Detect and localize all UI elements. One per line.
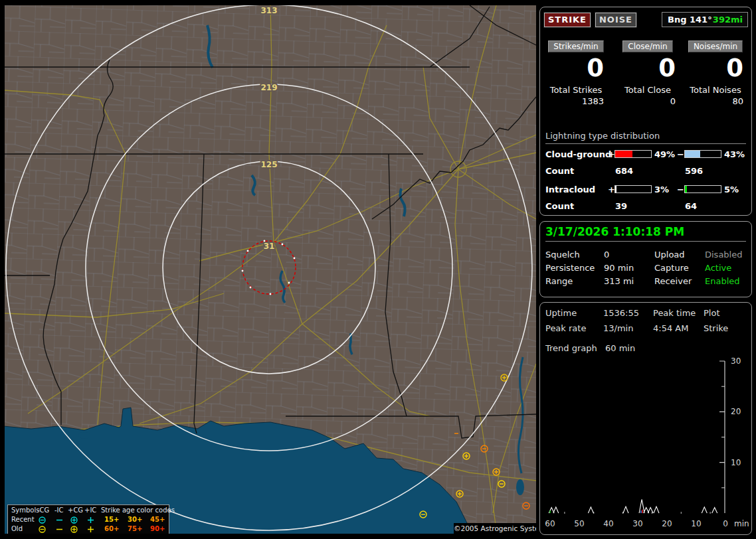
trend-spike bbox=[654, 506, 659, 513]
trend-spike bbox=[702, 507, 707, 513]
legend-age-15: 15+ bbox=[104, 516, 119, 523]
legend-age-header: Strike age color codes bbox=[101, 506, 175, 514]
ic-minus-pct: 5% bbox=[724, 185, 739, 194]
noises-counter: Noises/min 0 Total Noises 80 bbox=[682, 40, 749, 120]
y-tick-30: 30 bbox=[731, 356, 747, 366]
session-panel: Uptime 1536:55 Peak time Plot Peak rate … bbox=[539, 302, 752, 535]
count-label: Count bbox=[545, 201, 574, 211]
map-svg: 313 219 125 31 bbox=[5, 5, 536, 534]
pos-cg-old-icon bbox=[70, 525, 78, 534]
trend-chart-svg bbox=[540, 356, 753, 534]
ring-label-313: 313 bbox=[260, 6, 277, 15]
cg-minus-count: 596 bbox=[685, 166, 703, 176]
pos-ic-old-icon bbox=[86, 525, 95, 534]
lightning-map[interactable]: 313 219 125 31 Symbols -CG -IC +CG +IC S… bbox=[5, 5, 536, 534]
legend-recent-label: Recent bbox=[11, 516, 35, 523]
neg-ic-old-icon bbox=[55, 525, 64, 534]
range-value: 313 mi bbox=[604, 276, 634, 286]
cg-plus-pct: 49% bbox=[654, 149, 675, 159]
peak-rate-value: 13/min bbox=[603, 323, 633, 333]
x-tick-10: 10 bbox=[689, 519, 704, 528]
noises-per-min-label: Noises/min bbox=[688, 40, 743, 52]
neg-cg-old-icon bbox=[38, 525, 47, 534]
ring-label-219: 219 bbox=[260, 83, 277, 92]
persistence-label: Persistence bbox=[545, 263, 595, 273]
minus-sign: − bbox=[677, 149, 684, 159]
cg-plus-count: 684 bbox=[615, 166, 633, 176]
peak-time-value: 4:54 AM bbox=[653, 323, 688, 333]
strikes-per-min-value: 0 bbox=[543, 54, 609, 83]
upload-value: Disabled bbox=[705, 250, 742, 260]
peak-time-label: Peak time bbox=[653, 308, 696, 318]
y-tick-20: 20 bbox=[731, 407, 747, 416]
ring-label-125: 125 bbox=[260, 160, 277, 169]
total-noises-label: Total Noises bbox=[682, 85, 749, 95]
receiver-label: Receiver bbox=[654, 276, 692, 286]
close-per-min-label: Close/min bbox=[622, 40, 672, 52]
x-tick-20: 20 bbox=[660, 519, 674, 528]
neg-ic-recent-icon bbox=[55, 516, 64, 524]
minus-sign: − bbox=[677, 185, 684, 194]
x-tick-30: 30 bbox=[630, 519, 645, 528]
trend-chart: 30 20 10 60 50 40 30 20 10 0 min bbox=[540, 356, 753, 534]
upload-label: Upload bbox=[654, 250, 685, 260]
x-tick-60: 60 bbox=[543, 519, 557, 528]
plot-label: Plot bbox=[704, 308, 720, 318]
intracloud-label: Intracloud bbox=[545, 185, 595, 194]
strike-button[interactable]: STRIKE bbox=[544, 13, 591, 27]
trend-window-value: 60 min bbox=[605, 343, 635, 353]
legend-col-neg-cg: -CG bbox=[37, 506, 49, 514]
strikes-per-min-label: Strikes/min bbox=[548, 40, 603, 52]
receiver-value: Enabled bbox=[705, 276, 740, 286]
total-strikes-label: Total Strikes bbox=[543, 85, 609, 95]
pos-cg-recent-icon bbox=[70, 516, 78, 524]
x-tick-0: 0 bbox=[718, 519, 733, 528]
distance-value: 392mi bbox=[713, 13, 743, 27]
total-close-label: Total Close bbox=[614, 85, 681, 95]
uptime-label: Uptime bbox=[545, 308, 577, 318]
x-tick-40: 40 bbox=[601, 519, 616, 528]
map-legend: Symbols -CG -IC +CG +IC Strike age color… bbox=[7, 504, 169, 534]
app: { "header": { "strike_button": "STRIKE",… bbox=[0, 0, 756, 539]
trend-spike bbox=[639, 499, 644, 513]
trend-spike bbox=[588, 507, 593, 513]
ring-label-31: 31 bbox=[264, 242, 275, 251]
cloud-ground-label: Cloud-ground bbox=[545, 149, 611, 159]
persistence-value: 90 min bbox=[604, 263, 634, 273]
legend-age-30: 30+ bbox=[128, 516, 142, 523]
neg-cg-recent-icon bbox=[38, 516, 47, 524]
noises-per-min-value: 0 bbox=[682, 54, 749, 83]
legend-age-90: 90+ bbox=[150, 525, 165, 532]
trend-y-axis bbox=[719, 361, 725, 513]
legend-age-60: 60+ bbox=[104, 525, 119, 532]
trend-x-ticks bbox=[565, 512, 710, 514]
total-strikes-value: 1383 bbox=[543, 96, 609, 106]
trend-spikes bbox=[549, 499, 717, 513]
legend-old-label: Old bbox=[11, 525, 23, 532]
peak-rate-label: Peak rate bbox=[545, 323, 586, 333]
counters-panel: STRIKE NOISE Bng 141° 392mi Strikes/min … bbox=[539, 7, 752, 216]
capture-value: Active bbox=[705, 263, 731, 273]
total-noises-value: 80 bbox=[682, 96, 749, 106]
close-counter: Close/min 0 Total Close 0 bbox=[614, 40, 681, 120]
bearing-value: Bng 141° bbox=[668, 13, 712, 27]
pos-ic-recent-icon bbox=[86, 516, 95, 524]
trend-spike bbox=[712, 508, 717, 513]
close-per-min-value: 0 bbox=[614, 54, 681, 83]
squelch-label: Squelch bbox=[545, 250, 580, 260]
plot-value: Strike bbox=[704, 323, 728, 333]
noise-button[interactable]: NOISE bbox=[595, 13, 636, 27]
cg-plus-bar bbox=[614, 150, 652, 158]
ic-minus-count: 64 bbox=[685, 201, 697, 211]
ic-plus-bar bbox=[614, 185, 652, 193]
count-label: Count bbox=[545, 166, 574, 176]
squelch-value: 0 bbox=[604, 250, 609, 260]
copyright-notice: ©2005 Astrogenic Systems bbox=[454, 523, 536, 534]
status-panel: 3/17/2026 1:10:18 PM Squelch 0 Upload Di… bbox=[539, 221, 752, 297]
legend-col-pos-cg: +CG bbox=[68, 506, 83, 514]
cg-minus-pct: 43% bbox=[724, 149, 745, 159]
cg-minus-bar bbox=[684, 150, 721, 158]
datetime-display: 3/17/2026 1:10:18 PM bbox=[545, 225, 746, 242]
bearing-readout: Bng 141° 392mi bbox=[662, 12, 748, 27]
legend-col-pos-ic: +IC bbox=[84, 506, 96, 514]
